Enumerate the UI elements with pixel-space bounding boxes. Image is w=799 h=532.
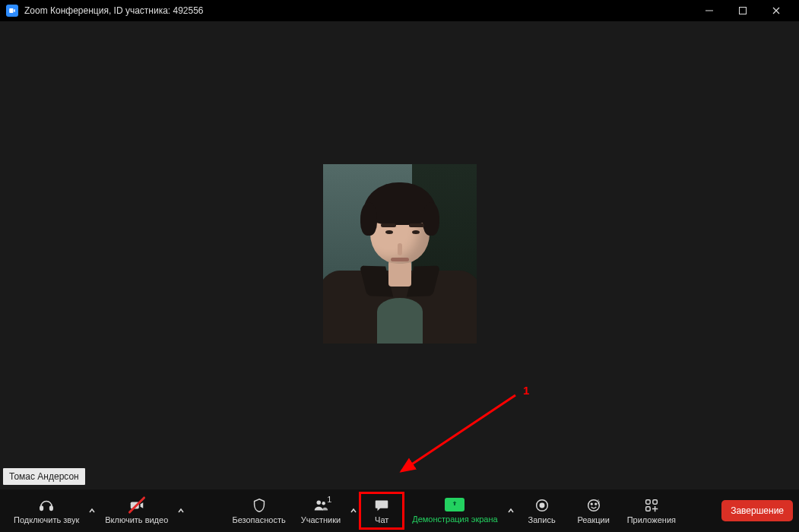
participants-button[interactable]: 1 Участники	[293, 492, 349, 530]
audio-options-chevron-icon[interactable]	[87, 492, 97, 529]
share-screen-icon	[445, 498, 464, 511]
join-audio-button[interactable]: Подключить звук	[6, 492, 87, 530]
svg-rect-8	[40, 506, 43, 511]
svg-rect-9	[50, 506, 53, 511]
svg-rect-20	[645, 507, 650, 511]
maximize-button[interactable]	[726, 0, 759, 21]
window-titlebar: Zoom Конференция, ID участника: 492556	[0, 0, 799, 21]
participant-count: 1	[327, 495, 331, 504]
svg-point-15	[588, 500, 599, 511]
security-button[interactable]: Безопасность	[224, 492, 293, 530]
toolbar-label: Включить видео	[105, 515, 168, 524]
window-title: Zoom Конференция, ID участника: 492556	[24, 5, 693, 16]
apps-button[interactable]: Приложения	[620, 492, 683, 530]
participants-options-chevron-icon[interactable]	[348, 492, 359, 529]
svg-rect-0	[705, 11, 713, 11]
share-options-chevron-icon[interactable]	[506, 492, 516, 529]
svg-point-16	[591, 503, 592, 505]
svg-point-12	[322, 502, 325, 505]
annotation-label: 1	[523, 384, 529, 397]
participant-name-label: Томас Андерсон	[3, 468, 85, 485]
toolbar-label: Демонстрация экрана	[412, 515, 497, 524]
meeting-toolbar: Подключить звук Включить видео Безопасно…	[0, 489, 799, 532]
svg-point-11	[316, 501, 321, 505]
svg-rect-1	[740, 8, 747, 14]
toolbar-label: Запись	[528, 515, 556, 524]
toolbar-label: Подключить звук	[14, 515, 79, 524]
video-area	[0, 21, 799, 486]
share-screen-button[interactable]: Демонстрация экрана	[404, 492, 505, 530]
end-meeting-button[interactable]: Завершение	[721, 500, 793, 521]
reactions-button[interactable]: Реакции	[568, 492, 620, 530]
svg-point-17	[594, 503, 596, 505]
zoom-app-icon	[6, 5, 18, 17]
start-video-button[interactable]: Включить видео	[97, 492, 176, 530]
svg-rect-19	[653, 500, 658, 505]
svg-rect-18	[645, 500, 650, 505]
close-button[interactable]	[759, 0, 793, 21]
minimize-button[interactable]	[693, 0, 726, 21]
toolbar-label: Безопасность	[232, 515, 285, 524]
toolbar-label: Чат	[375, 515, 388, 524]
record-button[interactable]: Запись	[516, 492, 568, 530]
end-button-label: Завершение	[731, 505, 784, 516]
toolbar-label: Реакции	[577, 515, 610, 524]
toolbar-label: Участники	[301, 515, 341, 524]
toolbar-label: Приложения	[627, 515, 676, 524]
participant-avatar	[323, 164, 477, 344]
chat-button[interactable]: Чат	[359, 492, 404, 530]
video-options-chevron-icon[interactable]	[176, 492, 186, 529]
svg-point-14	[540, 503, 544, 508]
